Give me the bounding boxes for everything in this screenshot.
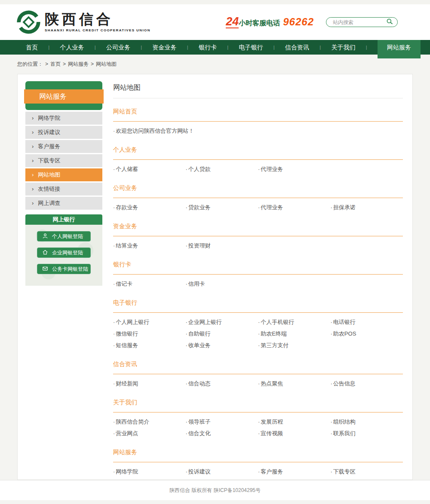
- sitemap-link[interactable]: ·个人网上银行: [113, 316, 186, 328]
- sitemap-link-label: 助农POS: [333, 330, 356, 337]
- ebank-login-button[interactable]: 个人网银登陆: [37, 231, 91, 241]
- nav-item[interactable]: 资金业务: [152, 40, 176, 55]
- ebank-body: 个人网银登陆 企业网银登陆: [25, 225, 102, 286]
- nav-item[interactable]: 公司业务: [106, 40, 130, 55]
- breadcrumb-link[interactable]: 网站地图: [96, 61, 117, 67]
- sitemap-link[interactable]: ·自助银行: [186, 328, 258, 339]
- sidebar-menu-item[interactable]: ›友情链接: [25, 183, 102, 195]
- sitemap-link-label: 助农E终端: [261, 330, 287, 337]
- sitemap-link[interactable]: ·借记卡: [113, 278, 186, 290]
- link-bullet: ·: [331, 380, 332, 387]
- sitemap-link[interactable]: ·领导班子: [186, 416, 258, 428]
- ebank-title: 网上银行: [25, 214, 102, 225]
- sitemap-link[interactable]: ·个人手机银行: [258, 316, 331, 328]
- sidebar-item-label: 网站地图: [38, 171, 60, 178]
- sitemap-link[interactable]: ·助农E终端: [258, 328, 331, 339]
- nav-item[interactable]: 网站服务: [378, 40, 421, 58]
- sidebar-menu-item[interactable]: ›网上调查: [25, 197, 102, 210]
- site-search[interactable]: [326, 17, 398, 27]
- site-logo[interactable]: 陕西信合 SHAANXI RURAL CREDIT COOPERATIVES U…: [16, 10, 150, 34]
- nav-separator: |: [319, 40, 321, 55]
- sitemap-link[interactable]: ·客户服务: [258, 466, 331, 477]
- sitemap-link[interactable]: ·个人储蓄: [113, 163, 186, 175]
- sitemap-link[interactable]: ·网上调查: [258, 477, 331, 480]
- sitemap-link-label: 网络学院: [116, 468, 138, 475]
- sidebar-menu-item[interactable]: ›投诉建议: [25, 126, 102, 139]
- sitemap-link[interactable]: ·第三方支付: [258, 339, 331, 351]
- sitemap-link[interactable]: ·组织结构: [331, 416, 403, 428]
- link-bullet: ·: [331, 330, 332, 337]
- nav-item[interactable]: 银行卡: [199, 40, 217, 55]
- sitemap-link[interactable]: ·代理业务: [258, 163, 331, 175]
- nav-item[interactable]: 电子银行: [239, 40, 263, 55]
- sitemap-link[interactable]: ·担保承诺: [331, 202, 403, 213]
- breadcrumb-link[interactable]: 网站服务: [68, 61, 89, 67]
- sitemap-link[interactable]: ·存款业务: [113, 202, 186, 213]
- sitemap-link-label: 信用卡: [188, 281, 205, 287]
- sitemap-link-label: 投诉建议: [188, 468, 211, 475]
- sitemap-link[interactable]: ·投诉建议: [186, 466, 258, 477]
- sitemap-link-label: 贷款业务: [188, 204, 211, 211]
- sitemap-link[interactable]: ·下载专区: [331, 466, 403, 477]
- sitemap-link[interactable]: ·结算业务: [113, 240, 186, 251]
- sitemap-link-label: 个人手机银行: [261, 319, 294, 325]
- nav-item[interactable]: 信合资讯: [285, 40, 309, 55]
- sitemap-link[interactable]: ·贷款业务: [186, 202, 258, 213]
- sitemap-link[interactable]: ·投资理财: [186, 240, 258, 251]
- sitemap-link[interactable]: ·营业网点: [113, 428, 186, 439]
- link-bullet: ·: [113, 166, 115, 172]
- sitemap-link[interactable]: ·收单业务: [186, 339, 258, 351]
- sitemap-link[interactable]: ·电话银行: [331, 316, 403, 328]
- search-button[interactable]: [386, 18, 393, 26]
- sitemap-link[interactable]: ·陕西信合简介: [113, 416, 186, 428]
- sitemap-link[interactable]: ·联系我们: [331, 428, 403, 439]
- ebank-login-button[interactable]: 企业网银登陆: [37, 247, 91, 258]
- ebank-button-label: 个人网银登陆: [52, 233, 83, 240]
- chevron-right-icon: ›: [32, 200, 34, 206]
- sitemap-link-label: 短信服务: [116, 342, 138, 348]
- sitemap-link-label: 个人贷款: [188, 166, 211, 172]
- sitemap-link[interactable]: ·代理业务: [258, 202, 331, 213]
- sitemap-link-label: 欢迎您访问陕西信合官方网站！: [116, 128, 194, 134]
- sitemap-link[interactable]: ·信合动态: [186, 378, 258, 389]
- sitemap-link[interactable]: ·个人贷款: [186, 163, 258, 175]
- link-bullet: ·: [113, 468, 115, 475]
- sitemap-link[interactable]: ·网络学院: [113, 466, 186, 477]
- sidebar-menu-item[interactable]: ›下载专区: [25, 154, 102, 167]
- sitemap-link[interactable]: ·企业网上银行: [186, 316, 258, 328]
- sitemap-link[interactable]: ·助农POS: [331, 328, 403, 339]
- nav-item[interactable]: 关于我们: [331, 40, 355, 55]
- sidebar-item-label: 下载专区: [38, 157, 60, 164]
- sidebar-menu-item[interactable]: ›网站地图: [25, 168, 102, 181]
- sidebar-title: 网站服务: [24, 89, 104, 104]
- breadcrumb-link[interactable]: 首页: [50, 61, 61, 67]
- sitemap-link[interactable]: ·公告信息: [331, 378, 403, 389]
- nav-item[interactable]: 个人业务: [60, 40, 84, 55]
- sitemap-link[interactable]: ·欢迎您访问陕西信合官方网站！: [113, 125, 194, 137]
- sitemap-link[interactable]: ·信用卡: [186, 278, 258, 290]
- sitemap-link[interactable]: ·友情链接: [186, 477, 258, 480]
- sitemap-link[interactable]: ·网站地图: [113, 477, 186, 480]
- sitemap-link-label: 代理业务: [261, 204, 283, 211]
- sitemap-link[interactable]: ·财经新闻: [113, 378, 186, 389]
- sidebar-menu-item[interactable]: ›网络学院: [25, 112, 102, 125]
- sitemap-link-label: 营业网点: [116, 430, 138, 437]
- sitemap-link[interactable]: ·信合文化: [186, 428, 258, 439]
- nav-item[interactable]: 首页: [26, 40, 38, 55]
- link-bullet: ·: [186, 430, 187, 437]
- sitemap-link[interactable]: ·发展历程: [258, 416, 331, 428]
- main-content: 网站地图 网站首页 ·欢迎您访问陕西信合官方网站！ 个人业务 ·个人储蓄: [113, 74, 412, 480]
- ebank-login-button[interactable]: 公务卡网银登陆: [37, 264, 91, 274]
- sitemap-section: 公司业务 ·存款业务 ·贷款业务 ·代理业务 ·担保承诺: [113, 184, 403, 213]
- section-title: 个人业务: [113, 146, 403, 154]
- sitemap-section: 资金业务 ·结算业务 ·投资理财: [113, 223, 403, 251]
- sitemap-link[interactable]: ·宣传视频: [258, 428, 331, 439]
- section-title: 关于我们: [113, 399, 403, 406]
- search-icon: [386, 18, 393, 26]
- chevron-right-icon: ›: [32, 157, 34, 164]
- sidebar-menu-item[interactable]: ›客户服务: [25, 140, 102, 153]
- sitemap-link[interactable]: ·热点聚焦: [258, 378, 331, 389]
- sitemap-link[interactable]: ·短信服务: [113, 339, 186, 351]
- search-input[interactable]: [332, 19, 386, 26]
- sitemap-link[interactable]: ·微信银行: [113, 328, 186, 339]
